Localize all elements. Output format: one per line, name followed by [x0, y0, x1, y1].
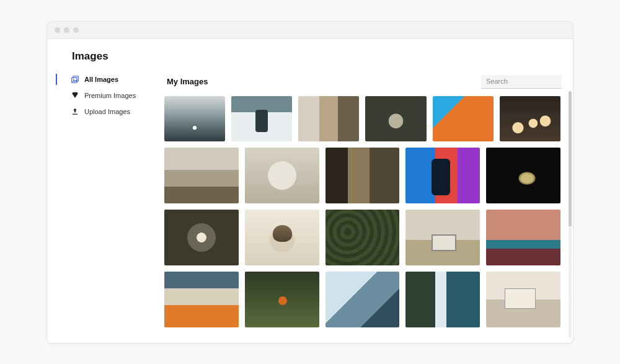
- search-field[interactable]: [481, 75, 562, 89]
- main-title: My Images: [167, 77, 208, 86]
- image-thumb[interactable]: [231, 96, 292, 142]
- gallery-row: [164, 272, 560, 327]
- image-thumb[interactable]: [326, 148, 400, 203]
- browser-titlebar: [47, 22, 573, 39]
- search-input[interactable]: [486, 78, 572, 85]
- columns: All Images Premium Images Upload Images: [47, 69, 573, 343]
- main-header: My Images: [164, 73, 564, 96]
- upload-icon: [71, 107, 79, 116]
- svg-point-2: [73, 79, 74, 80]
- sidebar-item-premium-images[interactable]: Premium Images: [64, 87, 156, 104]
- diamond-icon: [71, 91, 79, 100]
- image-thumb[interactable]: [326, 272, 400, 327]
- page-title: Images: [47, 39, 573, 69]
- images-stack-icon: [71, 75, 79, 84]
- image-thumb[interactable]: [486, 210, 560, 265]
- sidebar-item-label: All Images: [84, 76, 118, 83]
- image-thumb[interactable]: [164, 96, 225, 142]
- image-thumb[interactable]: [486, 148, 560, 203]
- sidebar-item-label: Premium Images: [84, 92, 136, 99]
- image-thumb[interactable]: [486, 272, 560, 327]
- image-thumb[interactable]: [164, 272, 239, 327]
- image-thumb[interactable]: [500, 96, 560, 142]
- gallery-row: [164, 96, 560, 142]
- image-thumb[interactable]: [164, 148, 239, 203]
- browser-frame: Images All Images: [46, 21, 574, 344]
- image-thumb[interactable]: [326, 210, 400, 265]
- app-root: Images All Images: [47, 39, 573, 343]
- main-panel: My Images: [156, 69, 573, 343]
- image-thumb[interactable]: [405, 210, 480, 265]
- window-dot: [55, 27, 60, 33]
- gallery-row: [164, 148, 560, 203]
- window-dot: [64, 27, 69, 33]
- sidebar: All Images Premium Images Upload Images: [47, 69, 156, 343]
- image-thumb[interactable]: [164, 210, 239, 265]
- image-thumb[interactable]: [433, 96, 494, 142]
- sidebar-item-label: Upload Images: [84, 108, 130, 115]
- image-thumb[interactable]: [245, 148, 319, 203]
- scrollbar-thumb[interactable]: [569, 91, 572, 227]
- sidebar-item-all-images[interactable]: All Images: [64, 71, 156, 87]
- image-thumb[interactable]: [245, 272, 319, 327]
- scrollbar-track[interactable]: [569, 91, 572, 338]
- image-thumb[interactable]: [298, 96, 359, 142]
- image-thumb[interactable]: [365, 96, 426, 142]
- sidebar-item-upload-images[interactable]: Upload Images: [64, 104, 156, 120]
- image-thumb[interactable]: [245, 210, 319, 265]
- image-thumb[interactable]: [405, 148, 480, 203]
- gallery-row: [164, 210, 560, 265]
- image-thumb[interactable]: [405, 272, 480, 327]
- window-dot: [73, 27, 79, 33]
- gallery-scroll[interactable]: [164, 96, 564, 343]
